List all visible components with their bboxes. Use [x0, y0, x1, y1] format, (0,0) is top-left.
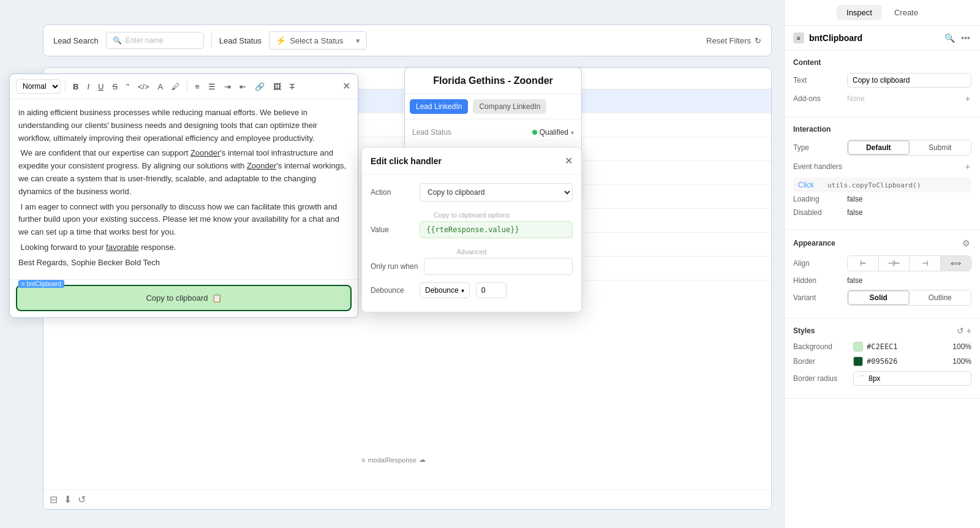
- align-left-button[interactable]: ⊢: [848, 256, 879, 271]
- debounce-select[interactable]: Debounce ▾: [420, 282, 470, 298]
- download-icon[interactable]: ⬇: [64, 494, 72, 505]
- value-code-box[interactable]: {{rteResponse.value}}: [420, 221, 573, 238]
- border-label: Border: [793, 357, 848, 366]
- status-dropdown[interactable]: ⚡ Select a Status ▾: [269, 31, 367, 50]
- highlight-button[interactable]: 🖊: [168, 80, 183, 93]
- lead-status-field-label: Lead Status: [412, 128, 451, 137]
- editor-modal-close-button[interactable]: ✕: [342, 80, 350, 92]
- background-pct: 100%: [952, 342, 971, 351]
- bntclipboard-tag: ≡ bntClipboard: [18, 280, 64, 288]
- italic-button[interactable]: I: [84, 80, 92, 93]
- type-row: Type Default Submit: [793, 140, 971, 156]
- copy-button-row: ≡ bntClipboard Copy to clipboard 📋: [10, 279, 358, 317]
- addons-label: Add-ons: [793, 94, 842, 103]
- copy-to-clipboard-button[interactable]: Copy to clipboard 📋: [16, 285, 352, 311]
- addons-value: None: [847, 94, 865, 103]
- code-button[interactable]: </>: [135, 80, 153, 93]
- link-button[interactable]: 🔗: [252, 80, 268, 93]
- refresh-icon[interactable]: ↺: [78, 494, 86, 505]
- action-select[interactable]: Copy to clipboard: [420, 183, 573, 202]
- border-radius-icon: ⌒: [859, 374, 865, 383]
- status-badge: Qualified ▾: [532, 128, 574, 137]
- click-event-row[interactable]: Click utils.copyToClipboard(): [793, 178, 971, 192]
- border-radius-label: Border radius: [793, 374, 848, 383]
- variant-solid-button[interactable]: Solid: [848, 290, 910, 305]
- company-linkedin-tab[interactable]: Company LinkedIn: [473, 99, 546, 114]
- canvas: Lead Search 🔍 Enter name Lead Status ⚡ S…: [0, 0, 784, 528]
- align-stretch-button[interactable]: ⟺: [941, 256, 971, 271]
- type-submit-button[interactable]: Submit: [910, 140, 971, 155]
- variant-outline-button[interactable]: Outline: [910, 290, 971, 305]
- type-default-button[interactable]: Default: [848, 140, 910, 155]
- clear-format-button[interactable]: T̶: [287, 80, 298, 93]
- click-modal-body: Action Copy to clipboard Copy to clipboa…: [362, 175, 581, 312]
- disabled-value: false: [847, 208, 971, 217]
- only-run-when-label: Only run when: [371, 262, 418, 271]
- indent-button[interactable]: ⇥: [221, 80, 234, 93]
- loading-row: Loading false: [793, 195, 971, 203]
- strikethrough-button[interactable]: S: [109, 80, 121, 93]
- reset-filters-button[interactable]: Reset Filters ↻: [706, 36, 761, 45]
- appearance-section-header: Appearance ⚙: [793, 237, 971, 249]
- align-buttons: ⊢ ⊣⊢ ⊣ ⟺: [847, 255, 971, 271]
- data-panel-tabs: Lead LinkedIn Company LinkedIn: [405, 94, 581, 119]
- hidden-value: false: [847, 276, 971, 285]
- toolbar-separator: [65, 81, 66, 92]
- click-modal-header: Edit click handler ✕: [362, 148, 581, 175]
- text-color-button[interactable]: A: [155, 80, 167, 93]
- content-section-header: Content: [793, 58, 971, 67]
- styles-reset-button[interactable]: ↺: [957, 326, 964, 336]
- editor-content[interactable]: in aiding efficient business processes w…: [10, 99, 358, 279]
- search-icon[interactable]: 🔍: [943, 32, 956, 44]
- background-label: Background: [793, 342, 848, 351]
- appearance-section-title: Appearance: [793, 239, 835, 247]
- appearance-settings-icon[interactable]: ⚙: [961, 237, 971, 249]
- interaction-section: Interaction Type Default Submit Event ha…: [785, 118, 980, 230]
- styles-add-button[interactable]: +: [967, 326, 971, 336]
- disabled-row: Disabled false: [793, 208, 971, 217]
- border-radius-input[interactable]: ⌒ 8px: [853, 371, 971, 386]
- debounce-value-input[interactable]: [476, 282, 507, 298]
- align-right-button[interactable]: ⊣: [910, 256, 941, 271]
- more-options-icon[interactable]: •••: [960, 32, 971, 44]
- text-style-select[interactable]: Normal: [16, 79, 61, 94]
- lead-linkedin-tab[interactable]: Lead LinkedIn: [410, 99, 468, 114]
- editor-paragraph: We are confident that our expertise can …: [18, 147, 349, 198]
- status-value: Qualified: [540, 128, 568, 137]
- image-button[interactable]: 🖼: [270, 80, 284, 93]
- click-modal-close-button[interactable]: ✕: [565, 155, 573, 167]
- align-center-button[interactable]: ⊣⊢: [879, 256, 910, 271]
- debounce-select-label: Debounce: [425, 286, 459, 295]
- editor-modal: ✕ Normal B I U S " </> A 🖊 ≡ ☰: [9, 74, 358, 318]
- add-addon-button[interactable]: +: [964, 92, 971, 105]
- outdent-button[interactable]: ⇤: [236, 80, 249, 93]
- action-label: Action: [371, 188, 413, 197]
- variant-label: Variant: [793, 293, 842, 302]
- click-handler-modal: Edit click handler ✕ Action Copy to clip…: [361, 147, 582, 312]
- blockquote-button[interactable]: ": [123, 80, 132, 93]
- align-row: Align ⊢ ⊣⊢ ⊣ ⟺: [793, 255, 971, 271]
- event-handlers-label: Event handlers: [793, 162, 842, 171]
- filter-icon[interactable]: ⊟: [50, 494, 58, 505]
- border-row: Border #095626 100%: [793, 356, 971, 366]
- ordered-list-button[interactable]: ≡: [192, 80, 203, 93]
- text-input[interactable]: [847, 73, 971, 88]
- add-event-handler-button[interactable]: +: [964, 160, 971, 173]
- interaction-section-title: Interaction: [793, 125, 831, 134]
- underline-button[interactable]: U: [95, 80, 107, 93]
- unordered-list-button[interactable]: ☰: [205, 80, 219, 93]
- bold-button[interactable]: B: [70, 80, 81, 93]
- border-radius-row: Border radius ⌒ 8px: [793, 371, 971, 386]
- background-color-swatch[interactable]: [853, 342, 863, 352]
- inspect-tab[interactable]: Inspect: [837, 5, 882, 20]
- border-color-swatch[interactable]: [853, 356, 863, 366]
- right-panel-header: ≡ bntClipboard 🔍 •••: [785, 26, 980, 51]
- advanced-label: Advanced: [371, 246, 573, 258]
- background-value-row: #C2EEC1 100%: [853, 342, 971, 352]
- only-run-when-input[interactable]: [424, 258, 573, 275]
- right-panel: Inspect Create ≡ bntClipboard 🔍 ••• Cont…: [784, 0, 980, 528]
- create-tab[interactable]: Create: [884, 5, 928, 20]
- name-input[interactable]: 🔍 Enter name: [106, 32, 204, 49]
- loading-value: false: [847, 195, 971, 203]
- cloud-icon: ☁: [419, 456, 426, 464]
